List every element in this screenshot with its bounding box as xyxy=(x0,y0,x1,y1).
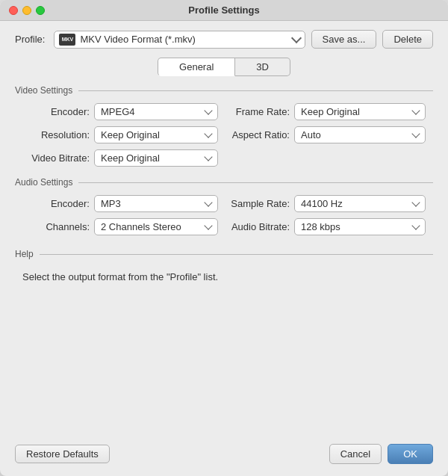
audio-bitrate-select[interactable]: 128 kbps xyxy=(294,218,426,235)
audio-encoder-value: MP3 xyxy=(101,198,205,209)
video-bitrate-chevron-icon xyxy=(204,152,212,161)
window: Profile Settings Profile: MKV MKV Video … xyxy=(0,0,448,476)
help-title: Help xyxy=(15,249,34,259)
frame-rate-field-row: Frame Rate: Keep Original xyxy=(230,103,426,120)
frame-rate-label: Frame Rate: xyxy=(230,106,290,117)
encoder-select[interactable]: MPEG4 xyxy=(94,103,218,120)
mkv-icon: MKV xyxy=(59,34,75,46)
audio-settings-section: Audio Settings Encoder: MP3 Sample Rate:… xyxy=(15,177,433,235)
aspect-ratio-chevron-icon xyxy=(411,129,420,137)
frame-rate-select[interactable]: Keep Original xyxy=(294,103,426,120)
encoder-field-row: Encoder: MPEG4 xyxy=(22,103,218,120)
sample-rate-field-row: Sample Rate: 44100 Hz xyxy=(230,195,426,212)
audio-encoder-select[interactable]: MP3 xyxy=(94,195,218,212)
audio-settings-title: Audio Settings xyxy=(15,177,72,188)
help-header: Help xyxy=(15,249,433,259)
profile-select[interactable]: MKV MKV Video Format (*.mkv) xyxy=(54,31,305,49)
frame-rate-chevron-icon xyxy=(411,106,420,114)
sample-rate-label: Sample Rate: xyxy=(230,198,290,209)
resolution-label: Resolution: xyxy=(22,129,90,140)
aspect-ratio-select[interactable]: Auto xyxy=(294,126,426,143)
audio-bitrate-value: 128 kbps xyxy=(301,221,413,232)
tabs-row: General 3D xyxy=(15,58,433,76)
audio-settings-line xyxy=(78,182,433,183)
titlebar: Profile Settings xyxy=(0,0,448,21)
aspect-ratio-label: Aspect Ratio: xyxy=(230,129,290,140)
encoder-value: MPEG4 xyxy=(101,106,205,117)
channels-value: 2 Channels Stereo xyxy=(101,221,205,232)
tab-3d[interactable]: 3D xyxy=(235,58,290,76)
encoder-label: Encoder: xyxy=(22,106,90,117)
audio-settings-header: Audio Settings xyxy=(15,177,433,188)
delete-button[interactable]: Delete xyxy=(382,30,433,49)
resolution-chevron-icon xyxy=(204,129,212,137)
profile-chevron-icon xyxy=(291,33,302,43)
video-bitrate-value: Keep Original xyxy=(101,152,205,164)
video-bitrate-label: Video Bitrate: xyxy=(22,152,90,164)
aspect-ratio-value: Auto xyxy=(301,129,413,140)
minimize-button[interactable] xyxy=(22,6,31,15)
video-settings-title: Video Settings xyxy=(15,85,72,96)
encoder-chevron-icon xyxy=(204,106,212,114)
cancel-button[interactable]: Cancel xyxy=(329,444,382,464)
resolution-select[interactable]: Keep Original xyxy=(94,126,218,143)
audio-encoder-field-row: Encoder: MP3 xyxy=(22,195,218,212)
window-title: Profile Settings xyxy=(188,4,259,16)
frame-rate-value: Keep Original xyxy=(301,106,413,117)
video-bitrate-field-row: Video Bitrate: Keep Original xyxy=(22,149,218,167)
audio-bitrate-chevron-icon xyxy=(411,221,420,229)
video-settings-line xyxy=(78,90,433,91)
video-settings-header: Video Settings xyxy=(15,85,433,96)
sample-rate-chevron-icon xyxy=(411,198,420,206)
main-content: Profile: MKV MKV Video Format (*.mkv) Sa… xyxy=(0,21,448,435)
help-line xyxy=(40,254,433,255)
traffic-lights xyxy=(9,6,45,15)
restore-defaults-button[interactable]: Restore Defaults xyxy=(15,445,110,463)
tab-general[interactable]: General xyxy=(158,58,235,76)
sample-rate-select[interactable]: 44100 Hz xyxy=(294,195,426,212)
resolution-field-row: Resolution: Keep Original xyxy=(22,126,218,143)
close-button[interactable] xyxy=(9,6,18,15)
profile-label: Profile: xyxy=(15,34,45,45)
channels-label: Channels: xyxy=(22,221,90,232)
footer-right: Cancel OK xyxy=(329,444,433,464)
audio-encoder-chevron-icon xyxy=(204,198,212,206)
profile-value: MKV Video Format (*.mkv) xyxy=(80,34,289,45)
footer: Restore Defaults Cancel OK xyxy=(0,435,448,476)
save-as-button[interactable]: Save as... xyxy=(311,30,377,49)
profile-row: Profile: MKV MKV Video Format (*.mkv) Sa… xyxy=(15,30,433,49)
help-text: Select the output format from the "Profi… xyxy=(15,267,433,282)
sample-rate-value: 44100 Hz xyxy=(301,198,413,209)
audio-bitrate-label: Audio Bitrate: xyxy=(230,221,290,232)
audio-settings-grid: Encoder: MP3 Sample Rate: 44100 Hz xyxy=(15,195,433,235)
video-settings-grid: Encoder: MPEG4 Frame Rate: Keep Original xyxy=(15,103,433,167)
video-settings-section: Video Settings Encoder: MPEG4 Frame Rate… xyxy=(15,85,433,167)
video-bitrate-select[interactable]: Keep Original xyxy=(94,149,218,167)
channels-field-row: Channels: 2 Channels Stereo xyxy=(22,218,218,235)
audio-encoder-label: Encoder: xyxy=(22,198,90,209)
maximize-button[interactable] xyxy=(36,6,45,15)
channels-select[interactable]: 2 Channels Stereo xyxy=(94,218,218,235)
footer-left: Restore Defaults xyxy=(15,445,329,463)
channels-chevron-icon xyxy=(204,221,212,229)
aspect-ratio-field-row: Aspect Ratio: Auto xyxy=(230,126,426,143)
resolution-value: Keep Original xyxy=(101,129,205,140)
audio-bitrate-field-row: Audio Bitrate: 128 kbps xyxy=(230,218,426,235)
help-section: Help Select the output format from the "… xyxy=(15,249,433,282)
ok-button[interactable]: OK xyxy=(388,444,433,464)
